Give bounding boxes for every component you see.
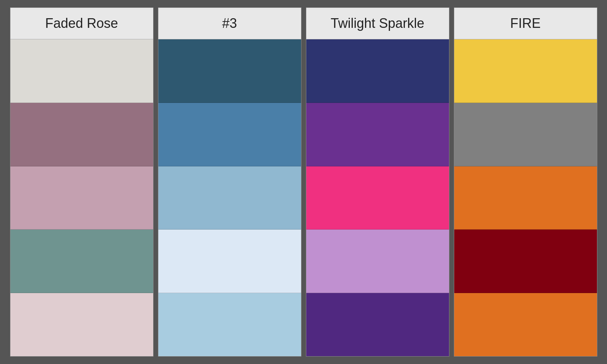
swatch-ts-5 [306, 293, 449, 356]
swatch-fr-4 [10, 230, 153, 293]
swatch-n3-5 [158, 293, 301, 356]
palettes-container: Faded Rose #3 Twilight Sparkle FIRE [10, 7, 597, 357]
swatch-n3-4 [158, 230, 301, 293]
swatch-fr-3 [10, 166, 153, 230]
palette-twilight-sparkle: Twilight Sparkle [306, 7, 449, 357]
swatch-fr-1 [10, 39, 153, 103]
swatch-ts-3 [306, 166, 449, 230]
palette-fire-title: FIRE [454, 8, 597, 39]
swatch-fire-1 [454, 39, 597, 103]
swatch-fire-5 [454, 293, 597, 356]
palette-faded-rose: Faded Rose [10, 7, 154, 357]
swatch-ts-2 [306, 103, 449, 166]
palette-twilight-sparkle-title: Twilight Sparkle [306, 8, 449, 39]
palette-faded-rose-title: Faded Rose [10, 8, 153, 39]
swatch-n3-1 [158, 39, 301, 103]
swatch-fire-2 [454, 103, 597, 166]
swatch-n3-3 [158, 166, 301, 230]
swatch-ts-1 [306, 39, 449, 103]
palette-number-3-title: #3 [158, 8, 301, 39]
swatch-ts-4 [306, 230, 449, 293]
swatch-fr-5 [10, 293, 153, 356]
swatch-fire-3 [454, 166, 597, 230]
swatch-n3-2 [158, 103, 301, 166]
swatch-fire-4 [454, 230, 597, 293]
swatch-fr-2 [10, 103, 153, 166]
palette-fire: FIRE [454, 7, 597, 357]
palette-number-3: #3 [158, 7, 301, 357]
